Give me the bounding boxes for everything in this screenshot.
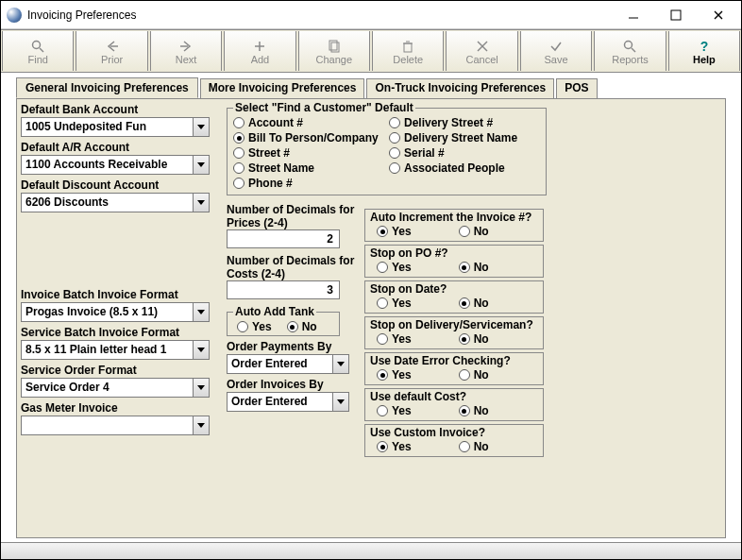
radio-icon (377, 297, 388, 309)
yn-no[interactable]: No (459, 261, 489, 274)
window-title: Invoicing Preferences (27, 8, 612, 22)
yn-yes[interactable]: Yes (377, 368, 412, 382)
find-option-phone-[interactable]: Phone # (233, 177, 389, 190)
radio-icon (459, 226, 470, 237)
yn-yes[interactable]: Yes (377, 297, 412, 310)
radio-icon (389, 162, 400, 174)
tab-panel-general: Default Bank Account 1005 Undeposited Fu… (16, 98, 726, 538)
right-column: Auto Increment the Invoice #?YesNoStop o… (364, 209, 544, 460)
yn-no[interactable]: No (459, 404, 489, 417)
find-option-street-name[interactable]: Street Name (233, 161, 389, 175)
toolbar-next-button: Next (150, 31, 222, 71)
tab-general-invoicing-preferences[interactable]: General Invoicing Preferences (16, 77, 198, 98)
radio-icon (377, 405, 388, 416)
close-button[interactable] (697, 1, 739, 28)
window-controls (612, 1, 739, 28)
yn-no[interactable]: No (459, 225, 489, 238)
yn-group-stop-on-delivery-serviceman-: Stop on Delivery/Serviceman?YesNo (364, 316, 544, 349)
find-option-bill-to-person-company[interactable]: Bill To Person/Company (233, 131, 389, 144)
toolbar-reports-button: Reports (594, 31, 666, 71)
toolbar-delete-button: Delete (372, 31, 444, 71)
yn-no[interactable]: No (459, 440, 489, 453)
titlebar: Invoicing Preferences (1, 1, 741, 29)
toolbar-change-button: Change (298, 31, 370, 71)
default-ar-label: Default A/R Account (21, 141, 219, 154)
yn-yes[interactable]: Yes (377, 261, 412, 274)
add-icon (252, 38, 267, 54)
find-option-associated-people[interactable]: Associated People (389, 161, 540, 175)
yn-yes[interactable]: Yes (377, 404, 412, 417)
find-customer-groupbox: Select "Find a Customer" Default Account… (227, 101, 547, 195)
gas-meter-invoice-combo[interactable] (21, 416, 210, 435)
next-icon (178, 38, 194, 54)
yn-no[interactable]: No (459, 332, 489, 346)
auto-add-tank-no[interactable]: No (287, 320, 317, 333)
default-ar-combo[interactable]: 1100 Accounts Receivable (21, 155, 210, 175)
service-batch-format-label: Service Batch Invoice Format (21, 326, 219, 339)
chevron-down-icon (193, 416, 209, 434)
radio-icon (459, 297, 470, 309)
order-payments-combo[interactable]: Order Entered (227, 354, 349, 374)
yn-group-auto-increment-the-invoice-: Auto Increment the Invoice #?YesNo (364, 209, 544, 242)
toolbar-help-button[interactable]: ?Help (668, 31, 740, 71)
radio-icon (377, 226, 388, 237)
yn-yes[interactable]: Yes (377, 332, 412, 346)
auto-add-tank-yes[interactable]: Yes (237, 320, 272, 333)
invoice-batch-format-combo[interactable]: Progas Invoice (8.5 x 11) (21, 302, 210, 322)
find-option-serial-[interactable]: Serial # (389, 146, 540, 160)
status-bar (1, 542, 741, 559)
yn-yes[interactable]: Yes (377, 440, 412, 453)
radio-icon (237, 321, 248, 332)
decimals-prices-label: Number of Decimals for Prices (2-4) (227, 203, 359, 229)
chevron-down-icon (193, 156, 209, 174)
yn-title: Auto Increment the Invoice #? (365, 210, 543, 224)
default-bank-label: Default Bank Account (21, 103, 219, 116)
service-batch-format-combo[interactable]: 8.5 x 11 Plain letter head 1 (21, 340, 210, 360)
toolbar-prior-button: Prior (76, 31, 147, 71)
maximize-button[interactable] (654, 1, 697, 28)
radio-icon (233, 117, 245, 128)
default-bank-combo[interactable]: 1005 Undeposited Fun (21, 117, 210, 137)
find-option-delivery-street-[interactable]: Delivery Street # (389, 116, 540, 129)
yn-group-use-date-error-checking-: Use Date Error Checking?YesNo (364, 352, 544, 385)
app-window: Invoicing Preferences FindPriorNextAddCh… (0, 0, 742, 560)
minimize-icon (626, 8, 641, 23)
decimals-costs-input[interactable] (227, 280, 340, 299)
minimize-button[interactable] (612, 1, 654, 28)
order-invoices-combo[interactable]: Order Entered (227, 392, 349, 412)
radio-icon (389, 147, 400, 159)
radio-icon (287, 321, 298, 332)
default-discount-label: Default Discount Account (21, 178, 219, 192)
auto-add-tank-groupbox: Auto Add Tank YesNo (227, 305, 340, 336)
find-option-delivery-street-name[interactable]: Delivery Street Name (389, 131, 540, 144)
yn-no[interactable]: No (459, 297, 489, 310)
find-option-street-[interactable]: Street # (233, 146, 389, 160)
toolbar-save-button: Save (520, 31, 592, 71)
tab-on-truck-invoicing-preferences[interactable]: On-Truck Invoicing Preferences (366, 78, 554, 99)
chevron-down-icon (193, 118, 209, 136)
decimals-prices-input[interactable] (227, 229, 340, 248)
radio-icon (459, 441, 470, 452)
tab-more-invoicing-preferences[interactable]: More Invoicing Preferences (200, 78, 365, 99)
chevron-down-icon (332, 355, 348, 373)
chevron-down-icon (193, 194, 209, 212)
yn-no[interactable]: No (459, 368, 489, 382)
svg-line-5 (40, 48, 43, 52)
find-icon (30, 38, 45, 54)
invoice-batch-format-label: Invoice Batch Invoice Format (21, 288, 219, 301)
change-icon (327, 38, 342, 54)
find-option-account-[interactable]: Account # (233, 116, 389, 129)
radio-icon (233, 147, 245, 159)
close-icon (711, 8, 726, 23)
radio-icon (459, 333, 470, 345)
tab-pos[interactable]: POS (556, 78, 597, 99)
svg-text:?: ? (700, 39, 709, 54)
yn-title: Stop on PO #? (365, 246, 543, 260)
radio-icon (459, 405, 470, 416)
auto-add-tank-legend: Auto Add Tank (233, 305, 316, 318)
yn-yes[interactable]: Yes (377, 225, 412, 238)
yn-group-stop-on-po-: Stop on PO #?YesNo (364, 245, 544, 278)
yn-title: Stop on Delivery/Serviceman? (365, 317, 543, 331)
default-discount-combo[interactable]: 6206 Discounts (21, 193, 210, 212)
service-order-format-combo[interactable]: Service Order 4 (21, 378, 210, 398)
